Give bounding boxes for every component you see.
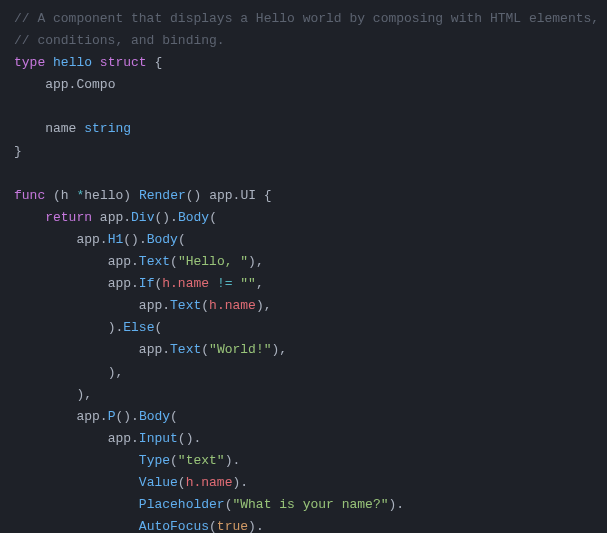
string: "text" [178,453,225,468]
paren: ( [186,188,194,203]
field-type: string [84,121,131,136]
string: "" [240,276,256,291]
string: "Hello, " [178,254,248,269]
method: Div [131,210,154,225]
string: "What is your name?" [232,497,388,512]
return-type: app.UI [209,188,256,203]
method: If [139,276,155,291]
expr: h.name [209,298,256,313]
method: Text [139,254,170,269]
comment-line: // conditions, and binding. [14,33,225,48]
func-name: Render [139,188,186,203]
brace: { [154,55,162,70]
method: H1 [108,232,124,247]
method: Placeholder [139,497,225,512]
method: Body [139,409,170,424]
keyword-func: func [14,188,45,203]
type-name: hello [53,55,92,70]
method: Text [170,342,201,357]
keyword-struct: struct [100,55,147,70]
string: "World!" [209,342,271,357]
method: Body [147,232,178,247]
pkg: app [100,210,123,225]
keyword-type: type [14,55,45,70]
paren: ) [123,188,131,203]
brace: { [264,188,272,203]
expr: h.name [162,276,209,291]
method: AutoFocus [139,519,209,533]
receiver-type: hello [84,188,123,203]
operator: != [217,276,233,291]
keyword-return: return [45,210,92,225]
code-block: // A component that displays a Hello wor… [0,0,607,533]
paren: ( [53,188,61,203]
paren: ) [194,188,202,203]
expr: h.name [186,475,233,490]
method: Value [139,475,178,490]
method: Body [178,210,209,225]
method: Type [139,453,170,468]
method: Text [170,298,201,313]
bool: true [217,519,248,533]
embedded-type: app.Compo [45,77,115,92]
field-name: name [45,121,76,136]
method: Input [139,431,178,446]
comment-line: // A component that displays a Hello wor… [14,11,599,26]
receiver: h [61,188,69,203]
brace: } [14,144,22,159]
method: Else [123,320,154,335]
